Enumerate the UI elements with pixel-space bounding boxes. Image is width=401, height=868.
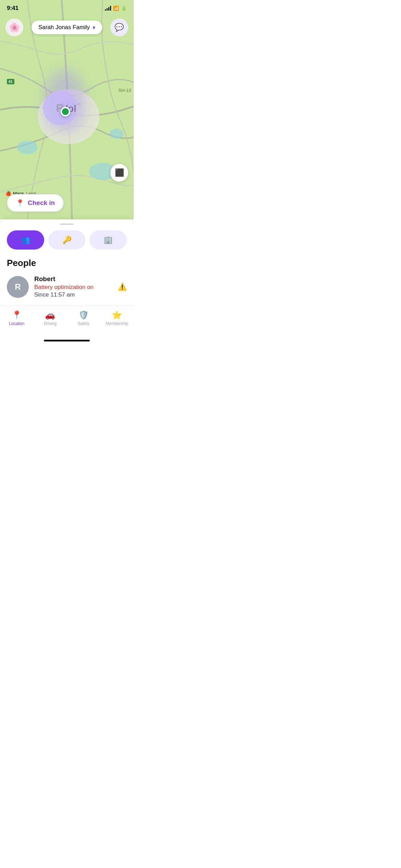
category-tabs: 👥 🔑 🏢 (7, 230, 127, 250)
tab-keys[interactable]: 🔑 (48, 230, 86, 250)
checkin-pin-icon: 📍 (16, 199, 24, 207)
highway-sh-label: SH-13 (118, 88, 131, 93)
people-icon: 👥 (21, 236, 30, 244)
tab-places[interactable]: 🏢 (89, 230, 127, 250)
nav-safety-label: Safety (78, 321, 89, 326)
nav-location-label: Location (9, 321, 24, 326)
chevron-down-icon: ▾ (93, 24, 95, 31)
person-name: Robert (34, 275, 112, 283)
family-selector[interactable]: Sarah Jonas Family ▾ (32, 21, 102, 34)
avatar-button[interactable]: 🌸 (5, 19, 23, 36)
checkin-label: Check in (28, 199, 55, 207)
svg-point-2 (17, 141, 38, 154)
person-status: Battery optimization on (34, 284, 112, 291)
gps-pin (61, 107, 70, 117)
bottom-nav: 📍 Location 🚗 Driving 🛡️ Safety ⭐ Members… (0, 305, 134, 337)
person-initial: R (15, 282, 21, 292)
checkin-button[interactable]: 📍 Check in (7, 194, 64, 212)
nav-membership-label: Membership (106, 321, 128, 326)
nav-driving-label: Driving (44, 321, 57, 326)
places-icon: 🏢 (104, 236, 113, 244)
layers-icon: ⬛ (115, 168, 124, 177)
person-time: Since 11:57 am (34, 291, 112, 298)
highway-41-label: 41 (7, 79, 14, 84)
top-bar: 🌸 Sarah Jonas Family ▾ 💬 (0, 0, 134, 40)
section-title: People (7, 258, 127, 268)
svg-point-4 (110, 129, 123, 139)
home-indicator (44, 340, 90, 341)
nav-driving[interactable]: 🚗 Driving (34, 309, 67, 327)
safety-nav-icon: 🛡️ (78, 310, 89, 320)
gps-pin-dot (61, 107, 70, 117)
sheet-handle (60, 224, 74, 225)
warning-icon: ⚠️ (118, 282, 127, 291)
location-nav-icon: 📍 (12, 310, 22, 320)
nav-safety[interactable]: 🛡️ Safety (67, 309, 100, 327)
avatar: R (7, 276, 29, 298)
membership-nav-icon: ⭐ (112, 310, 122, 320)
chat-button[interactable]: 💬 (110, 19, 128, 36)
layers-button[interactable]: ⬛ (110, 164, 128, 182)
chat-icon: 💬 (114, 23, 124, 32)
tab-people[interactable]: 👥 (7, 230, 44, 250)
person-row: R Robert Battery optimization on Since 1… (7, 275, 127, 305)
person-info: Robert Battery optimization on Since 11:… (34, 275, 112, 298)
nav-location[interactable]: 📍 Location (0, 309, 34, 327)
avatar-icon: 🌸 (9, 22, 20, 33)
nav-membership[interactable]: ⭐ Membership (100, 309, 134, 327)
driving-nav-icon: 🚗 (45, 310, 55, 320)
bottom-sheet: 👥 🔑 🏢 People R Robert Battery optimizati… (0, 219, 134, 305)
keys-icon: 🔑 (62, 236, 72, 244)
family-name: Sarah Jonas Family (38, 24, 90, 31)
